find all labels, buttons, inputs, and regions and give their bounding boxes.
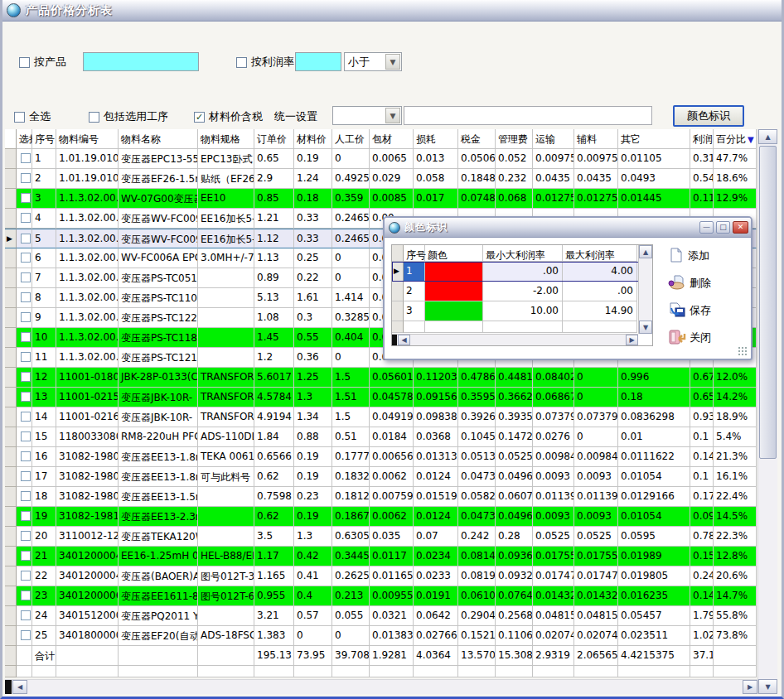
row-checkbox[interactable] xyxy=(21,213,31,223)
table-row[interactable]: 31.1.3.02.00.0WV-07G00变压器EE100.850.180.3… xyxy=(5,189,757,209)
table-row[interactable]: 1731082-19802变压器EE13-1.8m可与此料号0.620.190.… xyxy=(5,467,757,487)
scroll-up-icon[interactable]: ▲ xyxy=(758,129,777,144)
row-checkbox[interactable] xyxy=(21,591,31,600)
dialog-save-button[interactable]: 保存 xyxy=(668,301,748,321)
row-checkbox[interactable] xyxy=(21,193,31,203)
dialog-horizontal-scrollbar[interactable]: ◀▶ xyxy=(392,334,638,345)
table-row[interactable]: 2534018000002变压器EF20(自动ADS-18FSC1.383000… xyxy=(5,626,757,646)
column-header-percent[interactable]: 百分比▼ xyxy=(714,129,757,149)
dialog-column-header-0[interactable]: 序号 xyxy=(404,245,425,262)
by-product-checkbox-box[interactable] xyxy=(19,57,30,68)
table-row[interactable]: 2434015120001变压器PQ2011 Y3.210.570.0550.0… xyxy=(5,606,757,626)
row-checkbox[interactable] xyxy=(21,511,31,521)
select-all-checkbox-box[interactable] xyxy=(14,112,25,123)
row-checkbox[interactable] xyxy=(21,551,31,561)
row-checkbox[interactable] xyxy=(21,531,31,541)
scroll-up-icon[interactable]: ▲ xyxy=(639,245,652,258)
dialog-column-header-2[interactable]: 最小大利润率 xyxy=(483,245,563,262)
table-row[interactable]: 203110012-120变压器TEKA120W3.51.30.63050.03… xyxy=(5,527,757,547)
dialog-column-header-1[interactable]: 颜色 xyxy=(425,245,483,262)
vertical-scrollbar[interactable]: ▲ ▼ xyxy=(757,129,777,694)
column-header-no[interactable]: 序号 xyxy=(32,129,56,149)
filter-by-profit-checkbox[interactable]: 按利润率 xyxy=(236,55,294,70)
chevron-down-icon[interactable]: ▼ xyxy=(385,108,400,123)
profit-filter-input[interactable] xyxy=(295,52,341,71)
column-header-spec[interactable]: 物料规格 xyxy=(198,129,254,149)
column-header-tax[interactable]: 税金 xyxy=(458,129,496,149)
row-checkbox[interactable] xyxy=(21,352,31,362)
column-header-other[interactable]: 其它 xyxy=(618,129,690,149)
row-checkbox[interactable] xyxy=(21,630,31,640)
column-header-name[interactable]: 物料名称 xyxy=(119,129,198,149)
maximize-icon[interactable]: □ xyxy=(716,221,730,234)
horizontal-scrollbar[interactable]: ◀ ▶ xyxy=(5,679,757,694)
column-header-loss[interactable]: 损耗 xyxy=(414,129,458,149)
include-process-checkbox-box[interactable] xyxy=(89,112,99,123)
color-rule-row[interactable]: 310.0014.90 xyxy=(392,301,652,321)
row-checkbox[interactable] xyxy=(21,312,31,322)
scroll-right-icon[interactable]: ▶ xyxy=(743,680,757,694)
column-header-labor-price[interactable]: 人工价 xyxy=(332,129,370,149)
dialog-close-button[interactable]: 关闭 xyxy=(668,328,748,348)
unified-setting-input[interactable] xyxy=(404,106,652,125)
tax-included-checkbox-box[interactable]: ✓ xyxy=(194,112,205,123)
profit-operator-select[interactable]: 小于 ▼ xyxy=(344,52,402,71)
window-titlebar[interactable]: 产品价格分析表 xyxy=(0,0,784,22)
dialog-delete-button[interactable]: 删除 xyxy=(668,273,748,293)
scroll-left-icon[interactable]: ◀ xyxy=(12,680,27,694)
row-checkbox[interactable] xyxy=(21,392,31,402)
scroll-down-icon[interactable]: ▼ xyxy=(758,679,777,694)
row-checkbox[interactable] xyxy=(21,234,31,243)
dialog-column-header-3[interactable]: 最大利润率 xyxy=(563,245,637,262)
column-header-order-price[interactable]: 订单价 xyxy=(254,129,294,149)
table-row[interactable]: 2234012000043变压器(BAOER)A图号012T-31.1650.4… xyxy=(5,566,757,586)
include-process-checkbox[interactable]: 包括选用工序 xyxy=(89,109,168,124)
product-filter-input[interactable] xyxy=(83,52,199,71)
color-mark-button[interactable]: 颜色标识 xyxy=(673,105,744,127)
column-header-select[interactable]: 选择 xyxy=(17,129,32,149)
row-checkbox[interactable] xyxy=(21,431,31,441)
row-checkbox[interactable] xyxy=(21,471,31,481)
column-header-transport[interactable]: 运输 xyxy=(533,129,574,149)
row-checkbox[interactable] xyxy=(21,253,31,263)
scroll-down-icon[interactable]: ▼ xyxy=(639,321,652,334)
row-checkbox[interactable] xyxy=(21,332,31,342)
close-icon[interactable]: ✕ xyxy=(733,221,748,234)
sort-desc-icon[interactable]: ▼ xyxy=(748,135,754,144)
chevron-down-icon[interactable]: ▼ xyxy=(385,54,400,70)
minimize-icon[interactable]: — xyxy=(699,221,714,234)
row-checkbox[interactable] xyxy=(21,451,31,461)
filter-by-product-checkbox[interactable]: 按产品 xyxy=(19,55,66,70)
row-checkbox[interactable] xyxy=(21,491,31,501)
row-checkbox[interactable] xyxy=(21,372,31,382)
table-row[interactable]: 1211001-0180JBK-28P-0133(CTRANSFOR5.6017… xyxy=(5,368,757,388)
column-header-material-price[interactable]: 材料价 xyxy=(294,129,332,149)
row-checkbox[interactable] xyxy=(21,610,31,620)
horizontal-scrollbar-thumb[interactable] xyxy=(5,680,12,694)
table-row[interactable]: 1931082-19812变压器EE13-2.3m0.620.190.18670… xyxy=(5,507,757,527)
column-header-management-fee[interactable]: 管理费 xyxy=(496,129,533,149)
resize-grip[interactable] xyxy=(738,346,748,356)
scroll-right-icon[interactable]: ▶ xyxy=(626,335,638,345)
table-row[interactable]: 21.01.19.0102变压器EF26-1.5m贴纸（EF262.91.240… xyxy=(5,169,757,189)
row-checkbox[interactable] xyxy=(21,412,31,422)
column-header-auxiliary[interactable]: 辅料 xyxy=(574,129,618,149)
row-checkbox[interactable] xyxy=(21,571,31,581)
color-rule-row[interactable]: ▶1.004.00 xyxy=(392,262,652,282)
tax-included-checkbox[interactable]: ✓ 材料价含税 xyxy=(194,109,263,124)
unified-setting-combobox[interactable]: ▼ xyxy=(332,106,402,125)
dialog-titlebar[interactable]: 颜色标识 — □ ✕ xyxy=(385,218,751,238)
row-checkbox[interactable] xyxy=(21,173,31,183)
table-row[interactable]: 233401200006-变压器EE1611-8图号012T-60.9550.4… xyxy=(5,586,757,606)
dialog-add-button[interactable]: 添加 xyxy=(668,246,748,266)
vertical-scrollbar-thumb[interactable] xyxy=(759,146,777,459)
table-row[interactable]: 1631082-19802变压器EE13-1.8mTEKA 00610.6566… xyxy=(5,447,757,467)
table-row[interactable]: 11.01.19.0101变压器EPC13-55EPC13卧式0.650.190… xyxy=(5,149,757,169)
dialog-hscroll-thumb[interactable] xyxy=(392,335,397,345)
table-row[interactable]: 1411001-0216变压器JBK-10R-TRANSFOR4.91941.3… xyxy=(5,407,757,427)
row-checkbox[interactable] xyxy=(21,292,31,302)
column-header-profit[interactable]: 利润 xyxy=(690,129,714,149)
column-header-code[interactable]: 物料编号 xyxy=(56,129,119,149)
color-rule-row[interactable]: 2-2.00.00 xyxy=(392,282,652,301)
dialog-vertical-scrollbar[interactable]: ▲▼ xyxy=(638,245,652,334)
